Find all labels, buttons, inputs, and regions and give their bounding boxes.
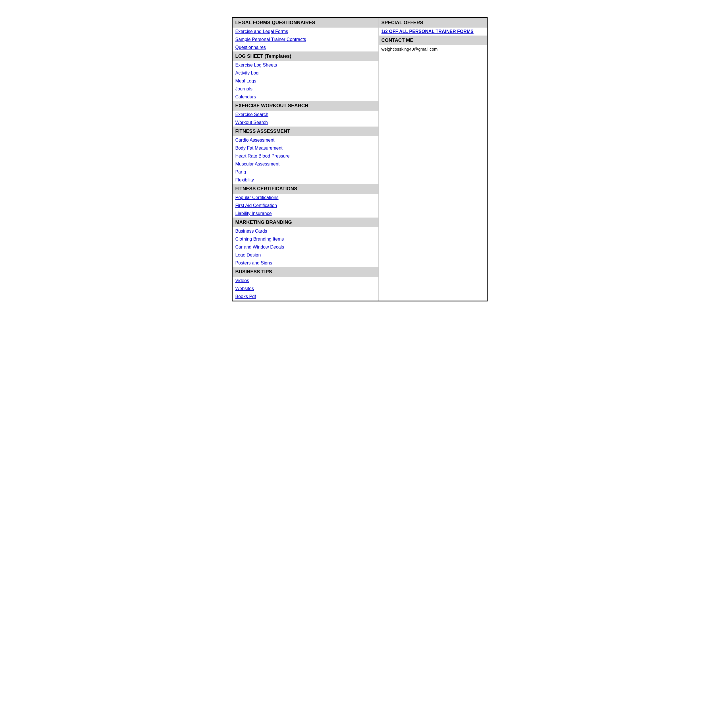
nav-link-0-0[interactable]: Exercise and Legal Forms [232,28,379,35]
nav-link-4-2[interactable]: Liability Insurance [232,210,379,217]
nav-link-5-3[interactable]: Logo Design [232,251,379,259]
nav-link-5-1[interactable]: Clothing Branding Items [232,235,379,243]
nav-link-3-4[interactable]: Par q [232,168,379,176]
section-header-5: MARKETING BRANDING [232,217,379,227]
nav-link-3-0[interactable]: Cardio Assessment [232,136,379,144]
nav-link-3-5[interactable]: Flexibility [232,176,379,184]
nav-link-5-2[interactable]: Car and Window Decals [232,243,379,251]
nav-link-5-0[interactable]: Business Cards [232,227,379,235]
nav-link-5-4[interactable]: Posters and Signs [232,259,379,267]
nav-link-6-2[interactable]: Books Pdf [232,293,379,301]
nav-link-3-1[interactable]: Body Fat Measurement [232,144,379,152]
special-offers-header: SPECIAL OFFERS [379,18,487,28]
right-column: SPECIAL OFFERS 1/2 OFF ALL PERSONAL TRAI… [379,18,487,53]
nav-link-0-2[interactable]: Questionnaires [232,43,379,52]
nav-link-3-2[interactable]: Heart Rate Blood Pressure [232,152,379,160]
section-header-2: EXERCISE WORKOUT SEARCH [232,101,379,111]
nav-link-3-3[interactable]: Muscular Assessment [232,160,379,168]
nav-link-1-4[interactable]: Calendars [232,93,379,101]
nav-link-4-0[interactable]: Popular Certifications [232,194,379,202]
nav-link-1-2[interactable]: Meal Logs [232,77,379,85]
nav-link-1-0[interactable]: Exercise Log Sheets [232,61,379,69]
section-header-3: FITNESS ASSESSMENT [232,127,379,136]
special-offers-link[interactable]: 1/2 OFF ALL PERSONAL TRAINER FORMS [379,28,487,35]
left-column: LEGAL FORMS QUESTIONNAIRESExercise and L… [232,18,379,301]
nav-link-4-1[interactable]: First Aid Certification [232,202,379,210]
contact-header: CONTACT ME [379,35,487,45]
main-container: LEGAL FORMS QUESTIONNAIRESExercise and L… [232,17,488,301]
nav-link-2-0[interactable]: Exercise Search [232,111,379,119]
section-header-1: LOG SHEET (Templates) [232,52,379,61]
nav-link-6-1[interactable]: Websites [232,284,379,293]
nav-link-0-1[interactable]: Sample Personal Trainer Contracts [232,35,379,43]
nav-link-6-0[interactable]: Videos [232,277,379,284]
contact-email: weightlossking40@gmail.com [379,45,487,53]
section-header-6: BUSINESS TIPS [232,267,379,277]
nav-link-1-3[interactable]: Journals [232,85,379,93]
nav-link-1-1[interactable]: Activity Log [232,69,379,77]
section-header-0: LEGAL FORMS QUESTIONNAIRES [232,18,379,28]
section-header-4: FITNESS CERTIFICATIONS [232,184,379,194]
nav-link-2-1[interactable]: Workout Search [232,119,379,127]
